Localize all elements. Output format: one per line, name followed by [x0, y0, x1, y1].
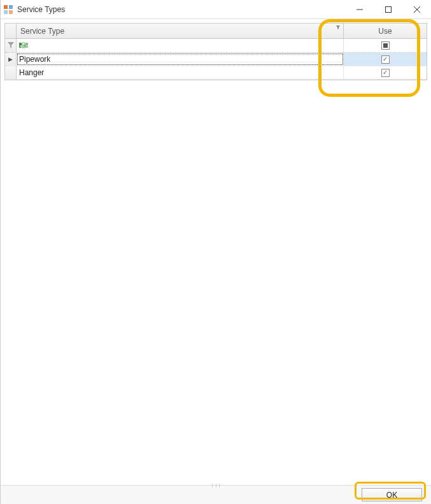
grid-header-row: Service Type Use — [5, 24, 427, 39]
filter-cell-use[interactable] — [344, 39, 427, 52]
close-button[interactable] — [402, 0, 431, 19]
service-types-grid: Service Type Use — [4, 23, 427, 80]
text-filter-icon: a B c — [19, 41, 29, 50]
maximize-button[interactable] — [374, 0, 402, 19]
app-icon — [3, 4, 13, 15]
header-use-tristate-checkbox[interactable] — [381, 41, 390, 50]
row-indicator: ▶ — [5, 53, 17, 66]
dialog-footer: OK — [1, 485, 431, 504]
column-header-service-type-label: Service Type — [20, 27, 64, 36]
filter-cell-service-type[interactable]: a B c — [17, 39, 344, 52]
table-row[interactable]: Hanger — [5, 66, 427, 80]
svg-text:B: B — [23, 44, 25, 48]
cell-service-type[interactable]: Pipework — [17, 53, 344, 66]
svg-rect-0 — [4, 5, 8, 9]
svg-text:a: a — [20, 44, 22, 48]
table-row[interactable]: ▶Pipework — [5, 53, 427, 66]
svg-rect-4 — [385, 7, 391, 13]
filter-input-service-type[interactable] — [29, 41, 343, 50]
svg-rect-3 — [9, 10, 13, 14]
window-controls — [345, 0, 431, 19]
filter-pin-icon[interactable] — [336, 25, 341, 31]
service-types-window: Service Types Service Type — [0, 0, 431, 504]
column-header-use-label: Use — [378, 27, 392, 36]
titlebar: Service Types — [1, 0, 431, 19]
column-header-use[interactable]: Use — [344, 24, 427, 38]
window-title: Service Types — [17, 5, 65, 14]
grid-filter-row: a B c — [5, 39, 427, 53]
cell-use[interactable] — [344, 66, 427, 79]
svg-rect-2 — [4, 10, 8, 14]
use-checkbox[interactable] — [381, 55, 390, 64]
cell-use[interactable] — [344, 53, 427, 66]
filter-row-indicator — [5, 39, 17, 52]
svg-text:c: c — [26, 44, 28, 48]
cell-service-type[interactable]: Hanger — [17, 66, 344, 79]
client-area: Service Type Use — [1, 19, 431, 485]
row-indicator — [5, 66, 17, 79]
ok-button[interactable]: OK — [362, 488, 422, 501]
current-row-pointer-icon: ▶ — [8, 56, 13, 62]
minimize-button[interactable] — [345, 0, 374, 19]
column-header-service-type[interactable]: Service Type — [17, 24, 344, 38]
row-indicator-header — [5, 24, 17, 38]
use-checkbox[interactable] — [381, 69, 390, 77]
funnel-icon — [8, 42, 14, 50]
ok-button-label: OK — [386, 491, 397, 500]
grid-body: ▶PipeworkHanger — [5, 53, 427, 80]
svg-rect-1 — [9, 5, 13, 9]
